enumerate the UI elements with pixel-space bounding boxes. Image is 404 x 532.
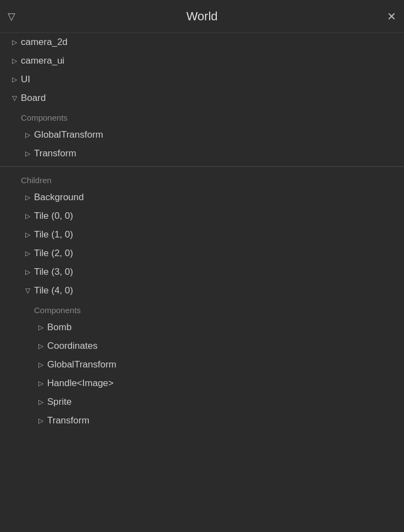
label-sprite: Sprite bbox=[47, 397, 404, 408]
label-board: Board bbox=[21, 93, 404, 104]
label-tile-1-0: Tile (1, 0) bbox=[34, 229, 404, 240]
tree-item-tile-2-0[interactable]: ▷Tile (2, 0) bbox=[0, 244, 404, 263]
label-tile-0-0: Tile (0, 0) bbox=[34, 211, 404, 222]
label-background: Background bbox=[34, 192, 404, 203]
label-tile-4-0: Tile (4, 0) bbox=[34, 285, 404, 296]
tree-item-coordinates[interactable]: ▷Coordinates bbox=[0, 337, 404, 355]
arrow-tile-0-0: ▷ bbox=[21, 212, 34, 220]
tree-item-sprite[interactable]: ▷Sprite bbox=[0, 393, 404, 411]
tree-item-tile-4-0[interactable]: ▽Tile (4, 0) bbox=[0, 281, 404, 300]
tree-item-global-transform-2[interactable]: ▷GlobalTransform bbox=[0, 355, 404, 374]
tree-item-board-global-transform[interactable]: ▷GlobalTransform bbox=[0, 126, 404, 144]
tree-item-board[interactable]: ▽Board bbox=[0, 89, 404, 107]
title-bar: ▽ World ✕ bbox=[0, 0, 404, 33]
arrow-board-global-transform: ▷ bbox=[21, 131, 34, 139]
label-camera_2d: camera_2d bbox=[21, 37, 404, 48]
label-transform-2: Transform bbox=[47, 415, 404, 426]
arrow-camera_2d: ▷ bbox=[8, 38, 21, 46]
section-header-board-components-header: Components bbox=[0, 107, 404, 126]
label-ui: UI bbox=[21, 74, 404, 85]
main-panel: ▽ World ✕ ▷camera_2d▷camera_ui▷UI▽BoardC… bbox=[0, 0, 404, 532]
label-coordinates: Coordinates bbox=[47, 341, 404, 352]
tree-item-board-transform[interactable]: ▷Transform bbox=[0, 144, 404, 163]
close-button[interactable]: ✕ bbox=[387, 11, 396, 22]
label-camera_ui: camera_ui bbox=[21, 55, 404, 66]
label-handle-image: Handle<Image> bbox=[47, 378, 404, 389]
label-global-transform-2: GlobalTransform bbox=[47, 359, 404, 370]
world-icon: ▽ bbox=[8, 10, 15, 22]
arrow-tile-3-0: ▷ bbox=[21, 268, 34, 276]
label-bomb: Bomb bbox=[47, 322, 404, 333]
label-board-global-transform: GlobalTransform bbox=[34, 129, 404, 140]
tree-item-handle-image[interactable]: ▷Handle<Image> bbox=[0, 374, 404, 393]
arrow-tile-1-0: ▷ bbox=[21, 231, 34, 239]
arrow-tile-4-0: ▽ bbox=[21, 287, 34, 295]
arrow-handle-image: ▷ bbox=[34, 380, 47, 387]
tree-item-transform-2[interactable]: ▷Transform bbox=[0, 411, 404, 430]
label-tile-2-0: Tile (2, 0) bbox=[34, 248, 404, 259]
arrow-board: ▽ bbox=[8, 94, 21, 102]
label-board-transform: Transform bbox=[34, 148, 404, 159]
section-header-board-children-header: Children bbox=[0, 170, 404, 188]
arrow-bomb: ▷ bbox=[34, 324, 47, 331]
tree-item-tile-0-0[interactable]: ▷Tile (0, 0) bbox=[0, 207, 404, 225]
tree-divider bbox=[0, 166, 404, 167]
arrow-camera_ui: ▷ bbox=[8, 57, 21, 65]
tree-item-background[interactable]: ▷Background bbox=[0, 188, 404, 207]
section-header-tile-4-0-components-header: Components bbox=[0, 300, 404, 318]
arrow-background: ▷ bbox=[21, 194, 34, 201]
tree-item-tile-1-0[interactable]: ▷Tile (1, 0) bbox=[0, 225, 404, 244]
title-bar-left: ▽ bbox=[8, 10, 20, 22]
tree-container: ▷camera_2d▷camera_ui▷UI▽BoardComponents▷… bbox=[0, 33, 404, 532]
arrow-board-transform: ▷ bbox=[21, 150, 34, 157]
tree-item-ui[interactable]: ▷UI bbox=[0, 70, 404, 89]
tree-item-camera_2d[interactable]: ▷camera_2d bbox=[0, 33, 404, 52]
arrow-tile-2-0: ▷ bbox=[21, 250, 34, 257]
tree-item-tile-3-0[interactable]: ▷Tile (3, 0) bbox=[0, 263, 404, 281]
tree-item-camera_ui[interactable]: ▷camera_ui bbox=[0, 52, 404, 70]
arrow-sprite: ▷ bbox=[34, 398, 47, 406]
panel-title: World bbox=[186, 9, 217, 24]
arrow-ui: ▷ bbox=[8, 76, 21, 83]
label-tile-3-0: Tile (3, 0) bbox=[34, 267, 404, 278]
arrow-transform-2: ▷ bbox=[34, 417, 47, 425]
arrow-global-transform-2: ▷ bbox=[34, 361, 47, 369]
tree-item-bomb[interactable]: ▷Bomb bbox=[0, 318, 404, 337]
arrow-coordinates: ▷ bbox=[34, 342, 47, 350]
